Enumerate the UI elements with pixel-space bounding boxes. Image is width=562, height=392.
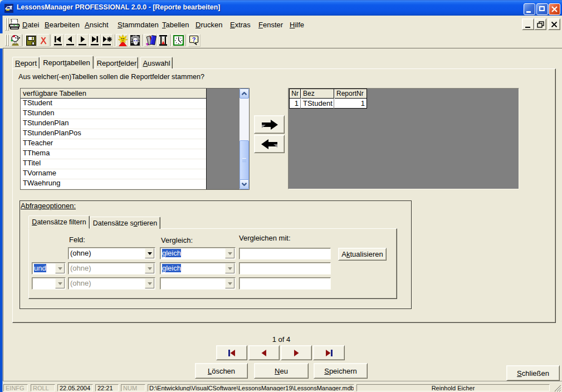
svg-text:?: ? <box>192 36 196 43</box>
